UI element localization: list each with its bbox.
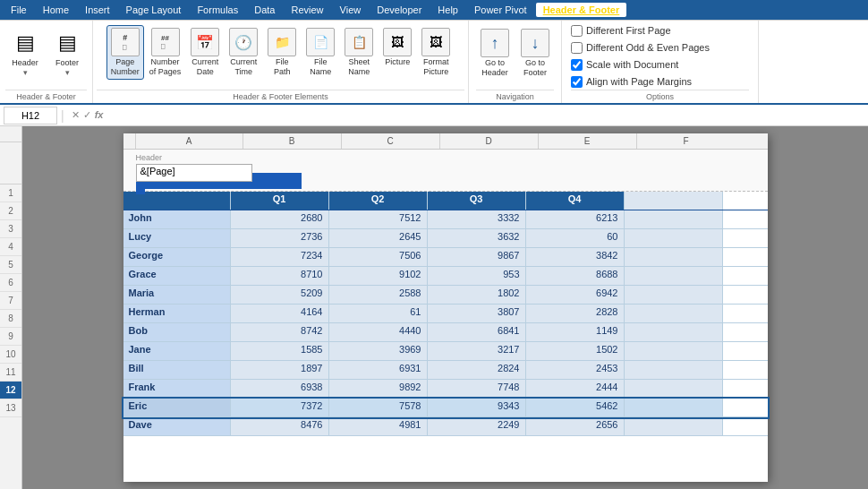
extra-cell xyxy=(625,323,723,341)
sheet-name-icon: 📋 xyxy=(345,28,373,56)
table-row: Dave 8476 4981 2249 2656 xyxy=(123,417,768,436)
navigation-group-label: Navigation xyxy=(476,90,554,103)
menu-insert[interactable]: Insert xyxy=(78,3,117,17)
table-row: Herman 4164 61 3807 2828 xyxy=(123,305,768,323)
picture-button[interactable]: 🖼 Picture xyxy=(379,25,416,70)
footer-button[interactable]: ▤ Footer ▾ xyxy=(47,26,87,80)
q1-cell: 2736 xyxy=(231,229,329,247)
table-row: George 7234 7506 9867 3842 xyxy=(123,248,768,267)
align-page-margins-checkbox[interactable] xyxy=(571,76,583,88)
q1-cell: 1585 xyxy=(231,342,329,360)
row-num-5: 5 xyxy=(0,256,21,274)
name-cell: Grace xyxy=(123,267,231,285)
q4-cell: 5462 xyxy=(526,399,625,416)
different-odd-even-label: Different Odd & Even Pages xyxy=(586,42,710,53)
header-label: Header xyxy=(12,58,38,68)
menu-formulas[interactable]: Formulas xyxy=(190,3,245,17)
table-row: Lucy 2736 2645 3632 60 xyxy=(123,229,768,248)
cell-reference-input[interactable] xyxy=(4,107,57,124)
current-time-button[interactable]: 🕐 CurrentTime xyxy=(225,25,262,80)
current-date-label: CurrentDate xyxy=(191,57,218,77)
go-to-header-button[interactable]: ↑ Go toHeader xyxy=(476,26,514,81)
table-row: Eric 7372 7578 9343 5462 xyxy=(123,399,768,417)
q4-cell: 2444 xyxy=(526,380,625,398)
header-cell-q4: Q4 xyxy=(526,192,625,210)
menu-developer[interactable]: Developer xyxy=(370,3,429,17)
file-path-button[interactable]: 📁 FilePath xyxy=(263,25,301,80)
header-button[interactable]: ▤ Header ▾ xyxy=(5,26,45,80)
menu-power-pivot[interactable]: Power Pivot xyxy=(467,3,534,17)
q3-cell: 3332 xyxy=(428,210,526,228)
menu-header-footer[interactable]: Header & Footer xyxy=(536,3,627,17)
menu-page-layout[interactable]: Page Layout xyxy=(119,3,189,17)
current-time-label: CurrentTime xyxy=(230,57,257,77)
q4-cell: 2656 xyxy=(526,417,625,435)
q3-cell: 7748 xyxy=(428,380,526,398)
menu-file[interactable]: File xyxy=(4,3,34,17)
menu-bar: File Home Insert Page Layout Formulas Da… xyxy=(0,0,868,20)
different-odd-even-option: Different Odd & Even Pages xyxy=(571,42,749,54)
formula-icons: ✕ ✓ fx xyxy=(68,109,107,121)
go-to-footer-label: Go toFooter xyxy=(523,58,547,78)
page-number-button[interactable]: #⎕ PageNumber xyxy=(106,25,144,80)
q4-cell: 60 xyxy=(526,229,625,247)
extra-cell xyxy=(625,380,723,398)
scale-with-document-option: Scale with Document xyxy=(571,59,749,71)
q2-cell: 9892 xyxy=(329,380,428,398)
menu-view[interactable]: View xyxy=(333,3,369,17)
number-of-pages-button[interactable]: ##⎕ Numberof Pages xyxy=(145,25,186,80)
cancel-icon[interactable]: ✕ xyxy=(72,109,80,121)
different-odd-even-checkbox[interactable] xyxy=(571,42,583,54)
scale-with-document-checkbox[interactable] xyxy=(571,59,583,71)
col-header-c: C xyxy=(342,133,440,149)
header-cell-input[interactable]: &[Page] xyxy=(136,164,252,182)
formula-input[interactable] xyxy=(110,107,864,124)
different-first-page-checkbox[interactable] xyxy=(571,25,583,37)
q1-cell: 7234 xyxy=(231,248,329,266)
table-row: Bill 1897 6931 2824 2453 xyxy=(123,361,768,380)
header-cell-q2: Q2 xyxy=(329,192,428,210)
file-name-button[interactable]: 📄 FileName xyxy=(302,25,339,80)
go-to-footer-icon: ↓ xyxy=(521,29,549,57)
row-numbers: 1 2 3 4 5 6 7 8 9 10 11 12 13 xyxy=(0,126,22,489)
name-cell: Lucy xyxy=(123,229,231,247)
row-num-12: 12 xyxy=(0,382,21,399)
options-group-label: Options xyxy=(571,90,749,103)
q4-cell: 8688 xyxy=(526,267,625,285)
footer-icon: ▤ xyxy=(53,29,81,57)
data-rows-container: John 2680 7512 3332 6213 Lucy 2736 2645 … xyxy=(123,210,768,436)
column-header-row: A B C D E F xyxy=(123,133,768,150)
confirm-icon[interactable]: ✓ xyxy=(83,109,91,121)
go-to-header-label: Go toHeader xyxy=(481,58,508,78)
extra-cell xyxy=(625,229,723,247)
hf-elements-group-label: Header & Footer Elements xyxy=(97,90,464,103)
function-icon[interactable]: fx xyxy=(95,109,104,121)
extra-cell xyxy=(625,286,723,304)
menu-data[interactable]: Data xyxy=(247,3,282,17)
q1-cell: 8742 xyxy=(231,323,329,341)
current-time-icon: 🕐 xyxy=(229,28,258,56)
menu-home[interactable]: Home xyxy=(36,3,76,17)
extra-cell xyxy=(625,305,723,322)
name-cell: Eric xyxy=(123,399,231,416)
q2-cell: 4440 xyxy=(329,323,428,341)
current-date-button[interactable]: 📅 CurrentDate xyxy=(186,25,224,80)
col-header-d: D xyxy=(440,133,539,149)
go-to-footer-button[interactable]: ↓ Go toFooter xyxy=(516,26,554,81)
q2-cell: 7512 xyxy=(329,210,428,228)
go-to-header-icon: ↑ xyxy=(481,29,509,57)
q4-cell: 1502 xyxy=(526,342,625,360)
q3-cell: 9343 xyxy=(428,399,526,416)
hf-group-label: Header & Footer xyxy=(5,90,87,103)
menu-help[interactable]: Help xyxy=(430,3,465,17)
sheet-name-button[interactable]: 📋 SheetName xyxy=(340,25,378,80)
q3-cell: 3217 xyxy=(428,342,526,360)
scale-with-document-label: Scale with Document xyxy=(586,59,678,70)
q3-cell: 2824 xyxy=(428,361,526,379)
q4-cell: 6213 xyxy=(526,210,625,228)
format-picture-button[interactable]: 🖼 FormatPicture xyxy=(417,25,455,80)
q3-cell: 3807 xyxy=(428,305,526,322)
name-cell: Herman xyxy=(123,305,231,322)
menu-review[interactable]: Review xyxy=(284,3,330,17)
extra-cell xyxy=(625,361,723,379)
